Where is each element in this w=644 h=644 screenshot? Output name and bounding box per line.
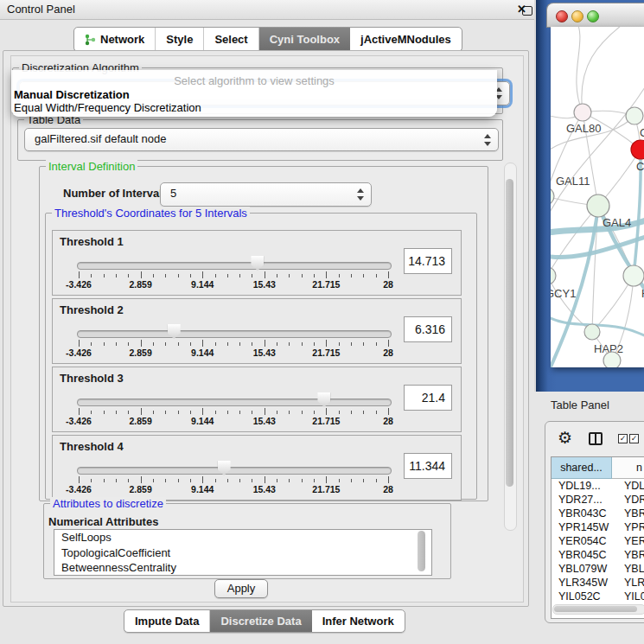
table-cell-shared-name: YIL052C <box>558 590 601 603</box>
table-cell-name: YDL1 <box>624 479 644 493</box>
table-row[interactable]: YIL052CYIL0 <box>552 590 644 603</box>
threshold-slider-track[interactable] <box>77 262 392 270</box>
tab-cyni-toolbox[interactable]: Cyni Toolbox <box>259 28 350 51</box>
network-graph: GAL80GACGAL11GAL4GCY1HHAP2 <box>551 27 644 367</box>
threshold-panel-1: Threshold 1-3.4262.8599.14415.4321.71528 <box>52 230 462 296</box>
close-icon[interactable]: ✕ <box>517 3 526 16</box>
network-node[interactable] <box>587 194 609 217</box>
attributes-scrollbar-thumb[interactable] <box>418 531 425 571</box>
settings-scrollbar-track[interactable] <box>504 163 517 531</box>
table-cell-shared-name: YPR145W <box>558 520 609 534</box>
table-cell-name: YBL0 <box>624 562 644 576</box>
tab-style[interactable]: Style <box>156 28 204 51</box>
threshold-slider-track[interactable] <box>77 399 392 406</box>
threshold-label: Threshold 2 <box>60 303 124 316</box>
slider-tick-label: 2.859 <box>119 416 163 426</box>
threshold-slider-track[interactable] <box>77 467 392 475</box>
checkbox-icon[interactable]: ✓ <box>618 434 628 443</box>
network-node[interactable] <box>574 104 591 121</box>
network-window-titlebar[interactable] <box>546 3 644 28</box>
minimize-traffic-light-icon[interactable] <box>571 10 583 22</box>
table-horizontal-scrollbar[interactable] <box>552 604 644 615</box>
network-node[interactable] <box>551 267 556 284</box>
network-node-label: GCY1 <box>551 287 576 300</box>
apply-button[interactable]: Apply <box>214 579 268 598</box>
bottom-tabbar: Impute Data Discretize Data Infer Networ… <box>124 609 405 633</box>
table-row[interactable]: YER054CYER0 <box>552 534 644 548</box>
column-header-name[interactable]: n <box>612 457 644 479</box>
group-interval-definition-label: Interval Definition <box>46 160 137 173</box>
network-canvas[interactable]: GAL80GACGAL11GAL4GCY1HHAP2 <box>551 27 644 367</box>
table-cell-name: YIL0 <box>624 590 644 603</box>
attribute-list-item[interactable]: TopologicalCoefficient <box>54 545 431 561</box>
algorithm-placeholder: Select algorithm to view settings <box>11 74 497 87</box>
number-of-intervals-label: Number of Intervals <box>63 187 169 200</box>
slider-tick-label: 9.144 <box>181 484 224 494</box>
slider-ticks <box>79 271 388 279</box>
threshold-stack: Threshold 1-3.4262.8599.14415.4321.71528… <box>52 230 462 503</box>
threshold-value-field[interactable] <box>404 248 452 274</box>
slider-tick-label: -3.426 <box>57 348 100 358</box>
column-visibility-icon[interactable] <box>589 432 603 445</box>
threshold-label: Threshold 3 <box>60 372 124 385</box>
slider-ticks <box>79 476 388 484</box>
slider-tick-label: 15.43 <box>243 484 286 494</box>
tab-jactivemnodules[interactable]: jActiveMNodules <box>350 28 462 51</box>
tab-infer-network[interactable]: Infer Network <box>312 610 405 632</box>
table-row[interactable]: YBR043CYBR0 <box>552 507 644 520</box>
menu-item-equal-width-frequency[interactable]: Equal Width/Frequency Discretization <box>14 101 201 114</box>
spinner-arrows-icon <box>357 188 364 201</box>
threshold-value-field[interactable] <box>404 316 452 342</box>
tab-network[interactable]: Network <box>74 28 156 51</box>
attributes-scrollbar[interactable] <box>417 530 427 573</box>
control-panel-title: Control Panel <box>7 3 75 16</box>
threshold-slider-track[interactable] <box>77 330 392 338</box>
tab-impute-data[interactable]: Impute Data <box>124 610 210 632</box>
network-node[interactable] <box>584 324 600 340</box>
table-row[interactable]: YDR27...YDR2 <box>552 493 644 507</box>
network-node[interactable] <box>631 140 644 159</box>
threshold-value-field[interactable] <box>404 453 452 479</box>
slider-tick-label: -3.426 <box>57 484 100 494</box>
table-row[interactable]: YLR345WYLR3 <box>552 576 644 590</box>
table-row[interactable]: YDL19...YDL1 <box>552 479 644 493</box>
checkbox-icon[interactable]: ✓ <box>629 434 639 443</box>
table-horizontal-scrollbar-thumb[interactable] <box>554 606 637 612</box>
menu-item-manual-discretization[interactable]: Manual Discretization <box>14 88 130 101</box>
attribute-list-item[interactable]: SelfLoops <box>54 530 431 545</box>
threshold-value-field[interactable] <box>404 385 452 411</box>
table-cell-shared-name: YDL19... <box>558 479 601 493</box>
attribute-list-item[interactable]: BetweennessCentrality <box>54 560 431 576</box>
control-panel-titlebar <box>0 0 534 20</box>
table-data-combobox[interactable]: galFiltered.sif default node <box>24 128 499 151</box>
table-cell-shared-name: YER054C <box>558 534 607 548</box>
group-attributes-label: Attributes to discretize <box>50 497 166 510</box>
table-row[interactable]: YBL079WYBL0 <box>552 562 644 576</box>
zoom-traffic-light-icon[interactable] <box>587 10 599 22</box>
network-node-label: GAL11 <box>556 175 590 188</box>
slider-tick-label: -3.426 <box>57 279 100 290</box>
close-traffic-light-icon[interactable] <box>556 10 568 22</box>
number-of-intervals-spinner[interactable]: 5 <box>160 182 372 207</box>
gear-icon[interactable]: ⚙ <box>558 430 572 446</box>
slider-tick-label: 9.144 <box>181 348 224 358</box>
slider-ticks <box>79 408 388 416</box>
tab-discretize-data[interactable]: Discretize Data <box>210 610 311 632</box>
table-cell-shared-name: YDR27... <box>558 493 603 507</box>
settings-scrollbar-thumb[interactable] <box>506 179 513 487</box>
table-cell-shared-name: YBR043C <box>558 507 607 520</box>
network-node[interactable] <box>603 352 621 367</box>
network-node[interactable] <box>626 107 643 124</box>
table-row[interactable]: YPR145WYPR1 <box>552 520 644 534</box>
threshold-panel-4: Threshold 4-3.4262.8599.14415.4321.71528 <box>52 435 462 501</box>
network-node[interactable] <box>551 188 554 205</box>
table-panel-title: Table Panel <box>551 399 609 411</box>
number-of-intervals-value: 5 <box>170 187 176 200</box>
table-cell-shared-name: YLR345W <box>558 576 608 590</box>
network-edge <box>582 27 628 112</box>
tab-select[interactable]: Select <box>204 28 258 51</box>
column-header-shared-name[interactable]: shared... <box>552 457 612 479</box>
numerical-attributes-list: SelfLoopsTopologicalCoefficientBetweenne… <box>54 529 432 576</box>
network-node[interactable] <box>623 265 644 286</box>
table-row[interactable]: YBR045CYBR0 <box>552 548 644 562</box>
